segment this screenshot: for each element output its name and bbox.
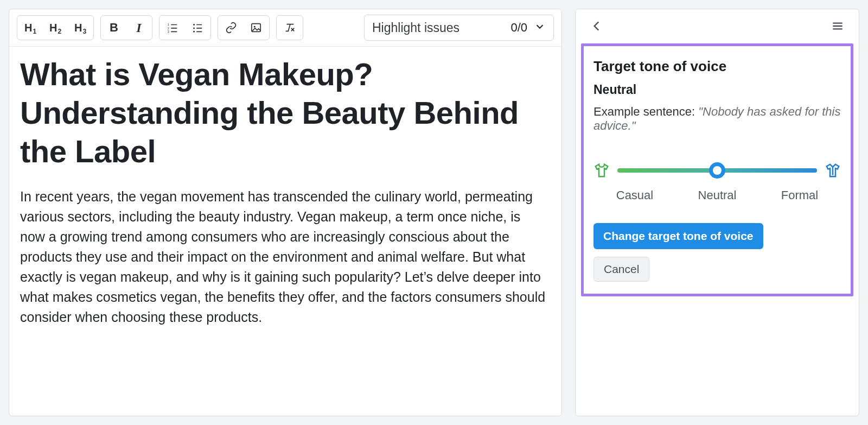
slider-label-neutral: Neutral <box>695 188 739 202</box>
list-group: 123 <box>159 15 211 40</box>
svg-text:2: 2 <box>168 27 169 30</box>
link-icon <box>225 22 237 34</box>
h2-button[interactable]: H2 <box>43 17 67 39</box>
hamburger-icon <box>831 19 845 33</box>
ordered-list-button[interactable]: 123 <box>161 17 184 39</box>
tone-example: Example sentence: "Nobody has asked for … <box>593 105 841 133</box>
svg-point-13 <box>254 26 256 28</box>
menu-button[interactable] <box>828 17 847 37</box>
highlight-issues-dropdown[interactable]: Highlight issues 0/0 <box>364 15 554 41</box>
unordered-list-icon <box>192 22 203 34</box>
ordered-list-icon: 123 <box>167 22 178 34</box>
slider-thumb[interactable] <box>709 162 725 179</box>
chevron-down-icon <box>534 21 546 35</box>
slider-label-casual: Casual <box>613 188 656 202</box>
heading-letter: H <box>24 22 32 34</box>
heading-group: H1 H2 H3 <box>17 15 94 40</box>
tone-slider[interactable] <box>593 162 841 179</box>
clear-formatting-button[interactable] <box>278 17 302 39</box>
h1-button[interactable]: H1 <box>18 17 42 39</box>
svg-point-6 <box>193 24 195 26</box>
heading-level: 1 <box>33 28 36 35</box>
insert-group <box>218 15 270 40</box>
tshirt-icon <box>593 162 610 179</box>
chevron-left-icon <box>590 19 604 33</box>
svg-text:1: 1 <box>168 23 169 26</box>
slider-label-formal: Formal <box>778 188 821 202</box>
h3-button[interactable]: H3 <box>68 17 92 39</box>
highlight-count: 0/0 <box>510 21 527 35</box>
document-title[interactable]: What is Vegan Makeup? Understanding the … <box>20 55 546 170</box>
bold-button[interactable]: B <box>102 17 126 39</box>
example-lead: Example sentence: <box>593 105 698 118</box>
document-paragraph[interactable]: In recent years, the vegan movement has … <box>20 187 546 327</box>
app-root: H1 H2 H3 B I 123 <box>9 9 859 416</box>
image-button[interactable] <box>244 17 268 39</box>
editor-toolbar: H1 H2 H3 B I 123 <box>9 9 561 47</box>
image-icon <box>250 22 262 34</box>
italic-button[interactable]: I <box>127 17 151 39</box>
tone-title: Target tone of voice <box>593 58 841 75</box>
cancel-button[interactable]: Cancel <box>593 257 649 282</box>
sidebar-header <box>576 9 859 42</box>
clear-formatting-icon <box>284 22 296 34</box>
heading-level: 3 <box>82 28 86 35</box>
heading-level: 2 <box>58 28 61 35</box>
svg-point-7 <box>193 27 195 29</box>
sidebar-pane: Target tone of voice Neutral Example sen… <box>575 9 859 416</box>
back-button[interactable] <box>588 17 606 37</box>
tone-selected: Neutral <box>593 83 841 97</box>
document-body[interactable]: What is Vegan Makeup? Understanding the … <box>9 47 561 342</box>
svg-text:3: 3 <box>168 30 169 33</box>
slider-labels: Casual Neutral Formal <box>613 188 821 202</box>
editor-pane: H1 H2 H3 B I 123 <box>9 9 562 416</box>
svg-point-8 <box>193 31 195 33</box>
tone-of-voice-panel: Target tone of voice Neutral Example sen… <box>581 43 853 296</box>
tone-actions: Change target tone of voice Cancel <box>593 223 841 282</box>
change-tone-button[interactable]: Change target tone of voice <box>593 223 763 249</box>
format-group: B I <box>100 15 152 40</box>
slider-track[interactable] <box>617 168 817 173</box>
clear-group <box>276 15 303 40</box>
highlight-label: Highlight issues <box>372 21 459 35</box>
heading-letter: H <box>74 22 82 34</box>
dress-shirt-icon <box>825 162 841 179</box>
heading-letter: H <box>49 22 57 34</box>
link-button[interactable] <box>219 17 243 39</box>
unordered-list-button[interactable] <box>186 17 209 39</box>
